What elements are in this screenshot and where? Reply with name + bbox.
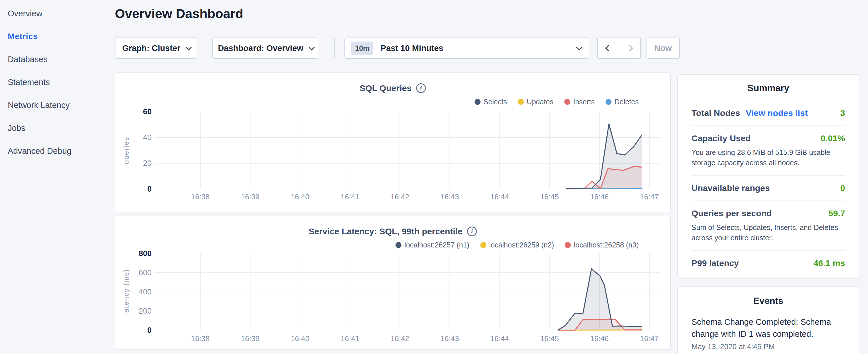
svg-text:16:41: 16:41: [341, 192, 359, 201]
svg-text:200: 200: [139, 307, 152, 315]
svg-text:latency (ms): latency (ms): [122, 269, 130, 315]
sidebar-item-advanced-debug[interactable]: Advanced Debug: [8, 146, 115, 156]
svg-text:16:45: 16:45: [540, 192, 559, 201]
sidebar-item-overview[interactable]: Overview: [8, 9, 115, 19]
svg-text:20: 20: [143, 159, 152, 167]
chevron-right-icon: [626, 45, 633, 52]
service-latency-chart[interactable]: 800600400200016:3816:3916:4016:4116:4216…: [115, 216, 670, 349]
summary-row-head: Capacity Used0.01%: [691, 133, 845, 143]
svg-text:400: 400: [139, 288, 152, 296]
svg-text:16:42: 16:42: [391, 334, 409, 343]
time-range-label: Past 10 Minutes: [380, 43, 576, 53]
svg-text:0: 0: [147, 185, 152, 193]
svg-text:16:38: 16:38: [191, 192, 210, 201]
summary-subtext: Sum of Selects, Updates, Inserts, and De…: [691, 222, 845, 243]
summary-value: 0: [840, 183, 845, 193]
controls-divider: [334, 38, 335, 58]
summary-label: Capacity Used: [691, 133, 751, 143]
svg-text:16:46: 16:46: [590, 192, 609, 201]
summary-row: Queries per second59.7Sum of Selects, Up…: [691, 201, 845, 251]
summary-row: Capacity Used0.01%You are using 28.6 MiB…: [691, 126, 845, 176]
svg-text:16:39: 16:39: [241, 192, 260, 201]
time-range-badge: 10m: [351, 41, 373, 55]
sql-queries-chart[interactable]: 604020016:3816:3916:4016:4116:4216:4316:…: [115, 73, 670, 213]
time-step-buttons: [597, 37, 641, 59]
svg-text:60: 60: [143, 107, 152, 116]
summary-row: Unavailable ranges0: [691, 176, 845, 201]
svg-text:16:47: 16:47: [640, 192, 658, 201]
summary-label: Unavailable ranges: [691, 183, 770, 193]
svg-text:16:38: 16:38: [191, 334, 210, 343]
summary-label: P99 latency: [691, 258, 739, 268]
events-title: Events: [691, 296, 845, 306]
events-panel: Events Schema Change Completed: Schema c…: [677, 286, 859, 354]
svg-text:40: 40: [143, 133, 152, 142]
sidebar-nav: OverviewMetricsDatabasesStatementsNetwor…: [0, 0, 115, 354]
svg-text:16:44: 16:44: [490, 334, 509, 343]
graph-dropdown-label: Graph: Cluster: [122, 43, 180, 53]
svg-text:16:43: 16:43: [440, 192, 459, 201]
summary-row-head: P99 latency46.1 ms: [691, 258, 845, 268]
svg-text:16:39: 16:39: [241, 334, 260, 343]
sidebar-item-metrics[interactable]: Metrics: [8, 32, 115, 41]
svg-text:16:43: 16:43: [440, 334, 459, 343]
event-list-item[interactable]: Schema Change Completed: Schema change w…: [691, 316, 845, 351]
chevron-down-icon: [576, 44, 582, 51]
controls-row: Graph: Cluster Dashboard: Overview: [115, 37, 335, 59]
svg-text:16:40: 16:40: [291, 192, 309, 201]
svg-text:queries: queries: [122, 137, 130, 164]
summary-row-head: Total NodesView nodes list3: [691, 108, 845, 118]
summary-panel: Summary Total NodesView nodes list3Capac…: [677, 74, 859, 279]
summary-title: Summary: [691, 83, 845, 93]
event-text: Schema Change Completed: Schema change w…: [691, 316, 845, 340]
dashboard-dropdown-label: Dashboard: Overview: [218, 43, 303, 53]
svg-text:16:40: 16:40: [291, 334, 309, 343]
sql-queries-chart-panel: SQL Queries i SelectsUpdatesInsertsDelet…: [115, 72, 671, 213]
summary-value: 59.7: [829, 208, 845, 218]
dashboard-dropdown[interactable]: Dashboard: Overview: [212, 37, 318, 59]
time-forward-button[interactable]: [619, 38, 640, 58]
summary-row-head: Unavailable ranges0: [691, 183, 845, 193]
app-root: OverviewMetricsDatabasesStatementsNetwor…: [0, 0, 868, 354]
summary-label: Queries per second: [691, 208, 772, 218]
sidebar-item-databases[interactable]: Databases: [8, 55, 115, 64]
summary-row: P99 latency46.1 ms: [691, 251, 845, 276]
svg-text:16:41: 16:41: [341, 334, 359, 343]
sidebar-item-statements[interactable]: Statements: [8, 77, 115, 87]
event-timestamp: May 13, 2020 at 4:45 PM: [691, 342, 845, 351]
sidebar-item-jobs[interactable]: Jobs: [8, 123, 115, 133]
summary-row-head: Queries per second59.7: [691, 208, 845, 218]
svg-text:16:45: 16:45: [540, 334, 559, 343]
view-nodes-list-link[interactable]: View nodes list: [746, 108, 808, 118]
summary-subtext: You are using 28.6 MiB of 515.9 GiB usab…: [691, 147, 845, 168]
page-title: Overview Dashboard: [115, 6, 243, 21]
time-range-picker[interactable]: 10m Past 10 Minutes: [344, 37, 589, 59]
graph-dropdown[interactable]: Graph: Cluster: [115, 37, 197, 59]
svg-text:16:46: 16:46: [590, 334, 609, 343]
svg-text:0: 0: [147, 326, 152, 334]
summary-row: Total NodesView nodes list3: [691, 101, 845, 126]
svg-text:600: 600: [139, 268, 152, 277]
service-latency-chart-panel: Service Latency: SQL, 99th percentile i …: [115, 216, 671, 350]
chevron-down-icon: [308, 44, 314, 51]
chevron-left-icon: [605, 45, 612, 52]
summary-value: 3: [840, 108, 845, 118]
sidebar-item-network-latency[interactable]: Network Latency: [8, 100, 115, 110]
svg-text:16:44: 16:44: [490, 192, 509, 201]
summary-label: Total Nodes: [691, 108, 740, 118]
chevron-down-icon: [185, 44, 191, 51]
now-button[interactable]: Now: [647, 37, 680, 59]
svg-text:16:47: 16:47: [640, 334, 658, 343]
summary-value: 0.01%: [821, 133, 845, 143]
svg-text:800: 800: [139, 249, 152, 258]
svg-text:16:42: 16:42: [391, 192, 409, 201]
time-back-button[interactable]: [598, 38, 619, 58]
summary-value: 46.1 ms: [813, 258, 845, 268]
